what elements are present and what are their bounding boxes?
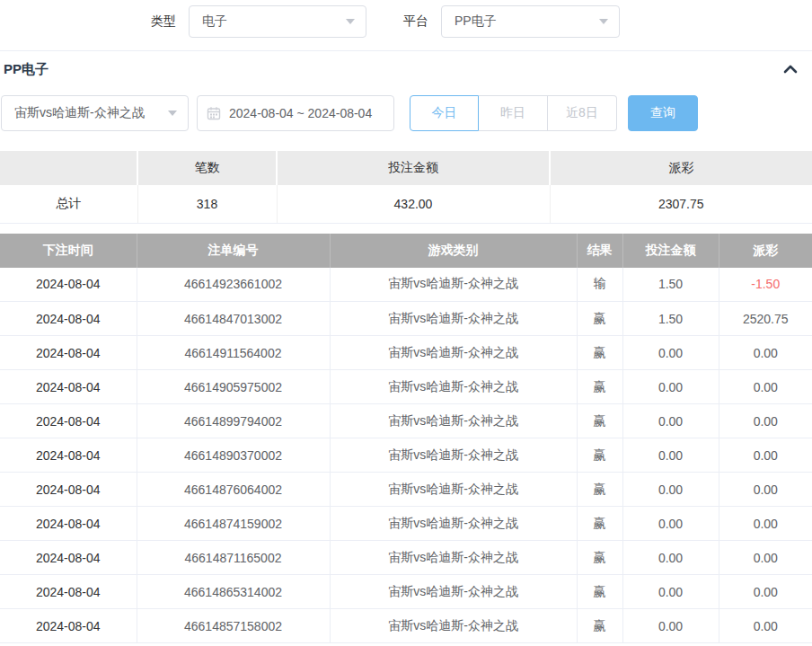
bet-cell-game: 宙斯vs哈迪斯-众神之战 [330, 404, 577, 438]
chevron-up-icon [783, 65, 798, 74]
caret-down-icon [599, 19, 608, 24]
date-range-value: 2024-08-04 ~ 2024-08-04 [229, 106, 372, 120]
bet-table-header-row: 下注时间 注单编号 游戏类别 结果 投注金额 派彩 [0, 234, 812, 268]
bet-cell-result: 赢 [577, 473, 622, 507]
bet-cell-result: 赢 [577, 438, 622, 473]
section-filter-row: 宙斯vs哈迪斯-众神之战 2024-08-04 ~ 2024-08-04 今日 … [0, 95, 812, 131]
game-select[interactable]: 宙斯vs哈迪斯-众神之战 [1, 95, 189, 131]
bet-cell-date: 2024-08-04 [0, 507, 137, 541]
bet-cell-order-id: 46614865314002 [137, 575, 330, 609]
bet-header-result: 结果 [577, 234, 622, 268]
summary-total-payout: 2307.75 [550, 185, 812, 223]
bet-header-order-id: 注单编号 [137, 234, 330, 268]
bet-header-payout: 派彩 [719, 234, 812, 268]
bet-cell-game: 宙斯vs哈迪斯-众神之战 [330, 302, 577, 336]
game-select-value: 宙斯vs哈迪斯-众神之战 [14, 105, 145, 121]
platform-label: 平台 [403, 13, 428, 30]
type-select[interactable]: 电子 [189, 5, 366, 38]
bet-cell-order-id: 46614905975002 [137, 370, 330, 404]
summary-header-bet-amount: 投注金额 [277, 151, 550, 185]
bet-table-row: 2024-08-04 46614911564002 宙斯vs哈迪斯-众神之战 赢… [0, 336, 812, 370]
summary-header-row: 笔数 投注金额 派彩 [0, 151, 812, 185]
bet-cell-payout: 0.00 [719, 507, 812, 541]
section-header: PP电子 [0, 51, 812, 78]
type-select-value: 电子 [202, 13, 227, 30]
bet-cell-game: 宙斯vs哈迪斯-众神之战 [330, 370, 577, 404]
bet-cell-game: 宙斯vs哈迪斯-众神之战 [330, 438, 577, 473]
summary-total-bet-amount: 432.00 [277, 185, 550, 223]
bet-cell-order-id: 46614890370002 [137, 438, 330, 473]
bet-cell-date: 2024-08-04 [0, 438, 137, 473]
platform-select-value: PP电子 [455, 13, 497, 30]
bet-header-time: 下注时间 [0, 234, 137, 268]
bet-cell-game: 宙斯vs哈迪斯-众神之战 [330, 473, 577, 507]
bet-cell-payout: 0.00 [719, 404, 812, 438]
top-filter-bar: 类型 电子 平台 PP电子 [0, 0, 812, 38]
bet-cell-result: 赢 [577, 609, 622, 643]
bet-cell-game: 宙斯vs哈迪斯-众神之战 [330, 336, 577, 370]
today-button[interactable]: 今日 [410, 95, 479, 131]
caret-down-icon [168, 111, 177, 116]
bet-cell-result: 赢 [577, 370, 622, 404]
yesterday-button[interactable]: 昨日 [479, 95, 548, 131]
section-title: PP电子 [4, 61, 49, 78]
bet-cell-result: 输 [577, 268, 622, 302]
summary-header-payout: 派彩 [550, 151, 812, 185]
bet-cell-date: 2024-08-04 [0, 268, 137, 302]
bet-cell-order-id: 46614847013002 [137, 302, 330, 336]
query-button[interactable]: 查询 [628, 95, 698, 131]
bet-table-row: 2024-08-04 46614890370002 宙斯vs哈迪斯-众神之战 赢… [0, 438, 812, 473]
bet-cell-result: 赢 [577, 302, 622, 336]
bet-cell-payout: 0.00 [719, 575, 812, 609]
bet-cell-game: 宙斯vs哈迪斯-众神之战 [330, 575, 577, 609]
bet-table-row: 2024-08-04 46614865314002 宙斯vs哈迪斯-众神之战 赢… [0, 575, 812, 609]
bet-cell-bet-amount: 0.00 [622, 473, 719, 507]
bet-cell-game: 宙斯vs哈迪斯-众神之战 [330, 507, 577, 541]
platform-select[interactable]: PP电子 [441, 5, 620, 38]
bet-cell-bet-amount: 0.00 [622, 438, 719, 473]
bet-header-game-category: 游戏类别 [330, 234, 577, 268]
bet-cell-payout: 0.00 [719, 336, 812, 370]
bet-cell-payout: 0.00 [719, 370, 812, 404]
bet-table-row: 2024-08-04 46614905975002 宙斯vs哈迪斯-众神之战 赢… [0, 370, 812, 404]
bet-table-row: 2024-08-04 46614923661002 宙斯vs哈迪斯-众神之战 输… [0, 268, 812, 302]
type-label: 类型 [151, 13, 176, 30]
bet-cell-order-id: 46614871165002 [137, 541, 330, 575]
bet-cell-payout: 0.00 [719, 609, 812, 643]
bet-cell-game: 宙斯vs哈迪斯-众神之战 [330, 268, 577, 302]
bet-records-table: 下注时间 注单编号 游戏类别 结果 投注金额 派彩 2024-08-04 466… [0, 234, 812, 644]
bet-cell-bet-amount: 1.50 [622, 302, 719, 336]
caret-down-icon [346, 19, 355, 24]
bet-cell-result: 赢 [577, 404, 622, 438]
bet-cell-order-id: 46614911564002 [137, 336, 330, 370]
summary-header-empty [0, 151, 137, 185]
last-8-days-button[interactable]: 近8日 [548, 95, 617, 131]
bet-cell-date: 2024-08-04 [0, 370, 137, 404]
quick-date-button-group: 今日 昨日 近8日 [410, 95, 617, 131]
bet-table-row: 2024-08-04 46614857158002 宙斯vs哈迪斯-众神之战 赢… [0, 609, 812, 643]
bet-table-row: 2024-08-04 46614899794002 宙斯vs哈迪斯-众神之战 赢… [0, 404, 812, 438]
bet-cell-date: 2024-08-04 [0, 302, 137, 336]
bet-cell-result: 赢 [577, 336, 622, 370]
bet-cell-result: 赢 [577, 541, 622, 575]
bet-cell-payout: 0.00 [719, 473, 812, 507]
bet-cell-result: 赢 [577, 507, 622, 541]
bet-cell-date: 2024-08-04 [0, 336, 137, 370]
bet-cell-bet-amount: 0.00 [622, 609, 719, 643]
bet-cell-order-id: 46614899794002 [137, 404, 330, 438]
bet-cell-bet-amount: 0.00 [622, 541, 719, 575]
bet-cell-date: 2024-08-04 [0, 575, 137, 609]
collapse-button[interactable] [783, 65, 798, 74]
bet-cell-date: 2024-08-04 [0, 609, 137, 643]
bet-cell-game: 宙斯vs哈迪斯-众神之战 [330, 541, 577, 575]
bet-cell-bet-amount: 1.50 [622, 268, 719, 302]
bet-cell-bet-amount: 0.00 [622, 336, 719, 370]
summary-total-count: 318 [137, 185, 277, 223]
bet-cell-payout: 2520.75 [719, 302, 812, 336]
bet-cell-payout: 0.00 [719, 541, 812, 575]
bet-cell-order-id: 46614874159002 [137, 507, 330, 541]
date-range-picker[interactable]: 2024-08-04 ~ 2024-08-04 [197, 95, 394, 131]
bet-table-row: 2024-08-04 46614847013002 宙斯vs哈迪斯-众神之战 赢… [0, 302, 812, 336]
bet-header-bet-amount: 投注金额 [622, 234, 719, 268]
bet-table-row: 2024-08-04 46614876064002 宙斯vs哈迪斯-众神之战 赢… [0, 473, 812, 507]
